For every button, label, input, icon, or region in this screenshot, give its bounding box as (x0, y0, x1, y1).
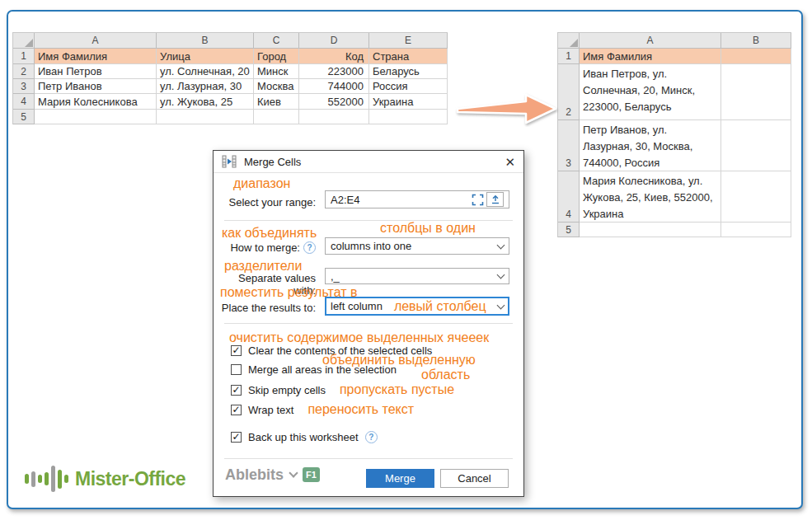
merge-cells-dialog: Merge Cells ✕ диапазон Select your range… (213, 150, 524, 497)
table-cell[interactable] (157, 110, 254, 124)
select-all-corner[interactable] (558, 33, 580, 49)
close-icon[interactable]: ✕ (505, 156, 515, 168)
place-results-label: Place the results to: (222, 302, 316, 314)
table-cell[interactable]: ул. Лазурная, 30 (157, 79, 254, 94)
table-cell[interactable]: 552000 (299, 94, 369, 110)
row-header[interactable]: 4 (558, 171, 580, 223)
logo-text: Mister-Office (75, 468, 185, 490)
row-header[interactable]: 4 (13, 94, 35, 110)
annotation-place-value: левый столбец (394, 299, 486, 314)
how-to-merge-value: columns into one (331, 240, 411, 252)
logo-bars-icon (25, 464, 68, 494)
checkbox-label: Wrap text (248, 404, 293, 416)
table-cell[interactable] (369, 110, 448, 124)
select-range-icon[interactable] (472, 194, 484, 206)
how-to-merge-label: How to merge: (230, 241, 300, 254)
table-cell[interactable] (721, 49, 791, 64)
arrow-icon (455, 89, 562, 127)
chevron-down-icon (497, 301, 505, 309)
annotation-range: диапазон (233, 176, 290, 191)
separator-value: ,_ (331, 270, 340, 283)
table-cell[interactable]: Киев (254, 94, 299, 110)
column-header[interactable]: A (580, 33, 721, 49)
merge-button[interactable]: Merge (366, 469, 434, 488)
column-header[interactable]: C (254, 33, 299, 49)
cancel-button[interactable]: Cancel (440, 469, 509, 488)
table-cell[interactable]: Иван Петров (35, 64, 157, 79)
checkbox-label: Skip empty cells (248, 384, 326, 396)
chevron-down-icon (497, 241, 505, 249)
checkbox-label: Back up this worksheet (248, 431, 359, 443)
column-header[interactable]: B (721, 33, 791, 49)
table-cell[interactable] (721, 120, 791, 171)
annotation-how-to-merge: как объединять (222, 226, 317, 241)
chevron-down-icon (289, 468, 298, 477)
table-cell[interactable] (35, 110, 157, 124)
checkbox-icon: ✓ (231, 432, 242, 443)
table-cell[interactable] (721, 64, 791, 120)
mister-office-logo: Mister-Office (25, 464, 185, 494)
table-cell[interactable]: Иван Петров, ул. Солнечная, 20, Минск, 2… (580, 64, 721, 120)
table-cell[interactable]: Беларусь (369, 64, 448, 79)
column-header[interactable]: B (157, 33, 254, 49)
table-cell[interactable]: ул. Жукова, 25 (157, 94, 254, 110)
table-cell[interactable]: Петр Иванов (35, 79, 157, 94)
dialog-titlebar: Merge Cells ✕ (214, 151, 523, 173)
checkbox-wrap-text[interactable]: ✓ Wrap text переносить текст (231, 402, 414, 417)
range-label: Select your range: (228, 196, 316, 208)
footer-divider (224, 458, 513, 459)
checkbox-skip-empty[interactable]: ✓ Skip empty cells пропускать пустые (231, 382, 454, 397)
table-cell[interactable] (580, 223, 721, 237)
table-cell[interactable] (721, 171, 791, 223)
row-header[interactable]: 1 (558, 49, 580, 64)
row-header[interactable]: 5 (558, 223, 580, 237)
table-cell[interactable]: Код (299, 49, 369, 64)
table-cell[interactable] (254, 110, 299, 124)
table-cell[interactable]: Имя Фамилия (580, 49, 721, 64)
range-value: A2:E4 (331, 194, 359, 206)
table-cell[interactable]: 223000 (299, 64, 369, 79)
table-cell[interactable]: Минск (254, 64, 299, 79)
checkbox-icon: ✓ (231, 364, 242, 375)
column-header[interactable]: D (299, 33, 369, 49)
annotation-merge-areas-2: область (421, 368, 470, 382)
separator-select[interactable]: ,_ (325, 268, 509, 284)
table-cell[interactable]: Страна (369, 49, 448, 64)
row-header[interactable]: 5 (13, 110, 35, 124)
column-header[interactable]: A (35, 33, 157, 49)
row-header[interactable]: 3 (558, 120, 580, 171)
checkbox-icon: ✓ (231, 405, 242, 415)
table-cell[interactable]: ул. Солнечная, 20 (157, 64, 254, 79)
table-cell[interactable]: Мария Колесникова, ул. Жукова, 25, Киев,… (580, 171, 721, 223)
row-header[interactable]: 2 (13, 64, 35, 79)
row-header[interactable]: 1 (13, 49, 35, 64)
collapse-dialog-icon[interactable] (486, 192, 504, 207)
f1-help-badge[interactable]: F1 (303, 467, 320, 482)
table-cell[interactable]: Украина (369, 94, 448, 110)
ablebits-menu[interactable]: Ablebits (225, 464, 297, 485)
dialog-title: Merge Cells (244, 156, 301, 168)
table-cell[interactable]: Москва (254, 79, 299, 94)
table-cell[interactable]: Россия (369, 79, 448, 94)
table-cell[interactable]: Петр Иванов, ул. Лазурная, 30, Москва, 7… (580, 120, 721, 171)
column-header[interactable]: E (369, 33, 448, 49)
help-icon[interactable]: ? (365, 431, 378, 443)
table-cell[interactable] (721, 223, 791, 237)
table-cell[interactable]: Город (254, 49, 299, 64)
row-header[interactable]: 3 (13, 79, 35, 94)
chevron-down-icon (497, 271, 505, 279)
checkbox-backup-worksheet[interactable]: ✓ Back up this worksheet ? (231, 431, 378, 443)
annotation-separators: разделители (224, 259, 302, 274)
annotation-clear-contents: очистить содержимое выделенных ячееек (229, 330, 489, 345)
table-cell[interactable]: Мария Колесникова (35, 94, 157, 110)
place-results-label-box: Place the results to: (214, 302, 321, 314)
table-cell[interactable]: 744000 (299, 79, 369, 94)
table-cell[interactable]: Улица (157, 49, 254, 64)
table-cell[interactable]: Имя Фамилия (35, 49, 157, 64)
range-input[interactable]: A2:E4 (325, 190, 509, 208)
section-divider (224, 323, 513, 324)
table-cell[interactable] (299, 110, 369, 124)
how-to-merge-select[interactable]: columns into one (325, 237, 509, 255)
help-icon[interactable]: ? (303, 241, 316, 254)
select-all-corner[interactable] (13, 33, 35, 49)
